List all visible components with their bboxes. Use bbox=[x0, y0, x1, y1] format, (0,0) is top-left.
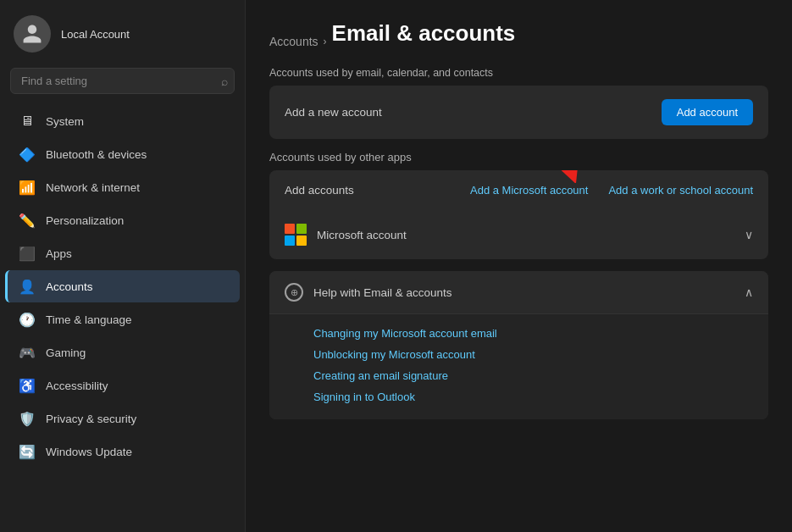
sidebar-item-bluetooth[interactable]: 🔷 Bluetooth & devices bbox=[5, 138, 240, 170]
add-new-row: Add a new account Add account bbox=[269, 86, 768, 139]
help-header[interactable]: ⊕ Help with Email & accounts ∧ bbox=[269, 271, 768, 314]
sidebar-item-label: Accessibility bbox=[46, 380, 108, 392]
sidebar-item-personalization[interactable]: ✏️ Personalization bbox=[5, 204, 240, 236]
help-link-2[interactable]: Unblocking my Microsoft account bbox=[313, 344, 753, 365]
sidebar-item-label: Bluetooth & devices bbox=[46, 148, 147, 161]
email-accounts-card: Add a new account Add account bbox=[269, 86, 768, 139]
ms-logo-red bbox=[285, 224, 295, 234]
help-link-3[interactable]: Creating an email signature bbox=[313, 365, 753, 386]
help-section: ⊕ Help with Email & accounts ∧ Changing … bbox=[269, 271, 768, 419]
add-accounts-row-wrap: Add accounts Add a Microsoft account Add… bbox=[269, 170, 768, 210]
sidebar-item-system[interactable]: 🖥 System bbox=[5, 105, 240, 137]
add-work-school-link[interactable]: Add a work or school account bbox=[608, 184, 753, 197]
network-icon: 📶 bbox=[19, 179, 36, 196]
bluetooth-icon: 🔷 bbox=[19, 146, 36, 163]
sidebar-item-network[interactable]: 📶 Network & internet bbox=[5, 171, 240, 203]
system-icon: 🖥 bbox=[19, 113, 36, 130]
sidebar-item-accessibility[interactable]: ♿ Accessibility bbox=[5, 369, 240, 402]
search-input[interactable] bbox=[10, 68, 235, 94]
ms-account-name: Microsoft account bbox=[317, 229, 407, 241]
sidebar-item-apps[interactable]: ⬛ Apps bbox=[5, 237, 240, 269]
breadcrumb-separator: › bbox=[324, 36, 327, 47]
breadcrumb: Accounts › Email & accounts bbox=[269, 20, 768, 62]
accessibility-icon: ♿ bbox=[19, 377, 36, 394]
help-card: ⊕ Help with Email & accounts ∧ Changing … bbox=[269, 271, 768, 419]
time-icon: 🕐 bbox=[19, 311, 36, 328]
ms-logo-blue bbox=[285, 236, 295, 246]
ms-account-row[interactable]: Microsoft account ∨ bbox=[269, 210, 768, 259]
sidebar-item-privacy[interactable]: 🛡️ Privacy & security bbox=[5, 402, 240, 435]
ms-logo-green bbox=[296, 224, 307, 234]
sidebar-item-gaming[interactable]: 🎮 Gaming bbox=[5, 336, 240, 369]
sidebar-item-label: Network & internet bbox=[46, 181, 140, 194]
add-new-label: Add a new account bbox=[285, 106, 382, 119]
gaming-icon: 🎮 bbox=[19, 344, 36, 361]
add-account-button[interactable]: Add account bbox=[662, 99, 753, 125]
user-name: Local Account bbox=[61, 28, 130, 41]
section1-label: Accounts used by email, calendar, and co… bbox=[269, 67, 768, 79]
accounts-icon: 👤 bbox=[19, 278, 36, 295]
add-accounts-label: Add accounts bbox=[285, 184, 354, 197]
chevron-down-icon: ∨ bbox=[745, 228, 753, 241]
sidebar-item-label: Apps bbox=[46, 247, 72, 260]
sidebar-item-label: Accounts bbox=[46, 280, 93, 293]
sidebar-item-label: Gaming bbox=[46, 346, 86, 359]
privacy-icon: 🛡️ bbox=[19, 410, 36, 427]
add-microsoft-account-link[interactable]: Add a Microsoft account bbox=[470, 184, 588, 197]
search-icon: ⌕ bbox=[221, 75, 228, 88]
avatar bbox=[14, 15, 51, 53]
personalization-icon: ✏️ bbox=[19, 212, 36, 229]
help-title: Help with Email & accounts bbox=[313, 286, 452, 299]
sidebar-item-label: Privacy & security bbox=[46, 413, 136, 425]
apps-icon: ⬛ bbox=[19, 245, 36, 262]
page-title: Email & accounts bbox=[332, 20, 516, 47]
section2-title: Accounts used by other apps bbox=[269, 151, 768, 163]
ms-logo-yellow bbox=[296, 236, 307, 246]
sidebar-item-time[interactable]: 🕐 Time & language bbox=[5, 303, 240, 335]
ms-account-left: Microsoft account bbox=[285, 224, 407, 246]
sidebar-item-label: Time & language bbox=[46, 313, 132, 326]
other-apps-section: Accounts used by other apps Add accounts… bbox=[269, 151, 768, 259]
chevron-up-icon: ∧ bbox=[745, 285, 753, 299]
user-icon bbox=[21, 23, 43, 45]
main-content: Accounts › Email & accounts Accounts use… bbox=[246, 0, 792, 532]
microsoft-logo bbox=[285, 224, 307, 246]
sidebar-item-update[interactable]: 🔄 Windows Update bbox=[5, 435, 240, 468]
add-accounts-row: Add accounts Add a Microsoft account Add… bbox=[269, 170, 768, 210]
sidebar-item-accounts[interactable]: 👤 Accounts bbox=[5, 270, 240, 302]
sidebar-item-label: Windows Update bbox=[46, 446, 132, 458]
help-link-4[interactable]: Signing in to Outlook bbox=[313, 386, 753, 407]
other-apps-card: Add accounts Add a Microsoft account Add… bbox=[269, 170, 768, 259]
sidebar-item-label: System bbox=[46, 115, 84, 128]
nav-list: 🖥 System 🔷 Bluetooth & devices 📶 Network… bbox=[0, 103, 245, 470]
help-links-box: Changing my Microsoft account email Unbl… bbox=[269, 314, 768, 419]
update-icon: 🔄 bbox=[19, 443, 36, 460]
user-section: Local Account bbox=[0, 0, 245, 64]
globe-icon: ⊕ bbox=[285, 283, 303, 302]
search-box[interactable]: ⌕ bbox=[10, 68, 235, 94]
help-header-left: ⊕ Help with Email & accounts bbox=[285, 283, 452, 302]
sidebar: Local Account ⌕ 🖥 System 🔷 Bluetooth & d… bbox=[0, 0, 246, 532]
help-link-1[interactable]: Changing my Microsoft account email bbox=[313, 323, 753, 344]
breadcrumb-parent: Accounts bbox=[269, 35, 318, 48]
sidebar-item-label: Personalization bbox=[46, 214, 124, 227]
